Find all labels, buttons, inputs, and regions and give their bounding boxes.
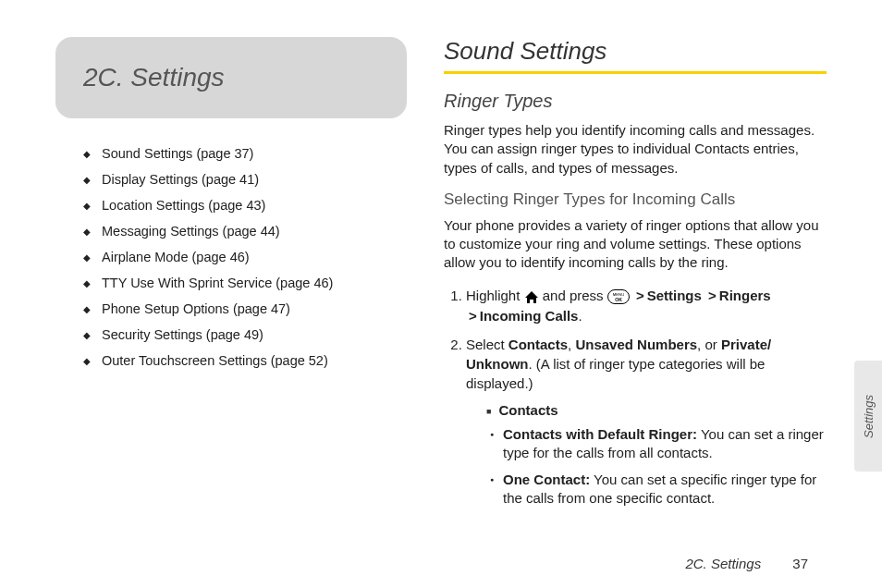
intro-paragraph: Ringer types help you identify incoming … — [444, 121, 827, 178]
step-item: Select Contacts, Unsaved Numbers, or Pri… — [466, 335, 827, 508]
toc-label: Outer Touchscreen Settings (page 52) — [102, 353, 328, 368]
toc-item: ◆Outer Touchscreen Settings (page 52) — [83, 353, 407, 368]
step-text: Select — [466, 337, 508, 352]
toc-item: ◆Phone Setup Options (page 47) — [83, 301, 407, 316]
page-spread: 2C. Settings ◆Sound Settings (page 37) ◆… — [0, 0, 882, 588]
page-footer: 2C. Settings 37 — [685, 556, 808, 571]
diamond-icon: ◆ — [83, 330, 91, 340]
diamond-icon: ◆ — [83, 278, 91, 288]
table-of-contents: ◆Sound Settings (page 37) ◆Display Setti… — [55, 146, 407, 368]
dot-item: One Contact: You can set a specific ring… — [503, 471, 827, 508]
toc-item: ◆Security Settings (page 49) — [83, 327, 407, 342]
toc-item: ◆Messaging Settings (page 44) — [83, 224, 407, 239]
chevron-right-icon: > — [636, 288, 644, 303]
steps-list: Highlight and press MENUOK >Settings >Ri… — [444, 286, 827, 508]
dot-list: Contacts with Default Ringer: You can se… — [486, 425, 827, 508]
nested-item: Contacts Contacts with Default Ringer: Y… — [486, 400, 827, 508]
option-label: Contacts — [508, 337, 568, 352]
step-item: Highlight and press MENUOK >Settings >Ri… — [466, 286, 827, 326]
side-tab: Settings — [854, 361, 882, 472]
diamond-icon: ◆ — [83, 149, 91, 159]
toc-label: Phone Setup Options (page 47) — [102, 301, 290, 316]
toc-label: Sound Settings (page 37) — [102, 146, 253, 161]
chevron-right-icon: > — [708, 288, 717, 303]
subsection-title: Ringer Types — [444, 91, 827, 112]
nested-list: Contacts Contacts with Default Ringer: Y… — [466, 400, 827, 508]
chevron-right-icon: > — [469, 308, 477, 324]
side-tab-label: Settings — [862, 395, 876, 438]
home-icon — [524, 287, 539, 306]
toc-label: Messaging Settings (page 44) — [102, 224, 280, 239]
contacts-label: Contacts — [498, 402, 557, 418]
toc-item: ◆TTY Use With Sprint Service (page 46) — [83, 276, 407, 290]
bullet-strong: One Contact: — [503, 472, 590, 487]
step-text: and press — [543, 288, 607, 303]
toc-item: ◆Airplane Mode (page 46) — [83, 250, 407, 264]
footer-chapter: 2C. Settings — [685, 556, 761, 571]
option-label: Unsaved Numbers — [575, 337, 697, 352]
bullet-strong: Contacts with Default Ringer: — [503, 426, 697, 442]
toc-item: ◆Display Settings (page 41) — [83, 172, 407, 187]
menu-ok-icon: MENUOK — [607, 287, 630, 306]
right-column: Sound Settings Ringer Types Ringer types… — [444, 37, 827, 560]
chapter-badge: 2C. Settings — [55, 37, 407, 118]
toc-label: Location Settings (page 43) — [102, 198, 265, 213]
svg-text:OK: OK — [615, 297, 622, 302]
diamond-icon: ◆ — [83, 201, 91, 211]
toc-item: ◆Location Settings (page 43) — [83, 198, 407, 213]
left-column: 2C. Settings ◆Sound Settings (page 37) ◆… — [55, 37, 407, 560]
section-title: Sound Settings — [444, 37, 827, 74]
subsub-intro: Your phone provides a variety of ringer … — [444, 216, 827, 273]
toc-item: ◆Sound Settings (page 37) — [83, 146, 407, 161]
path-segment: Ringers — [719, 288, 771, 303]
toc-label: Airplane Mode (page 46) — [102, 250, 250, 264]
chapter-title: 2C. Settings — [83, 63, 379, 92]
subsub-title: Selecting Ringer Types for Incoming Call… — [444, 190, 827, 209]
path-segment: Incoming Calls — [480, 308, 579, 324]
page-number: 37 — [792, 556, 808, 571]
diamond-icon: ◆ — [83, 252, 91, 263]
diamond-icon: ◆ — [83, 356, 91, 366]
diamond-icon: ◆ — [83, 304, 91, 314]
path-segment: Settings — [647, 288, 702, 303]
diamond-icon: ◆ — [83, 227, 91, 237]
diamond-icon: ◆ — [83, 175, 91, 185]
toc-label: Display Settings (page 41) — [102, 172, 259, 187]
toc-label: Security Settings (page 49) — [102, 327, 263, 342]
dot-item: Contacts with Default Ringer: You can se… — [503, 425, 827, 463]
toc-label: TTY Use With Sprint Service (page 46) — [102, 276, 333, 290]
step-text: Highlight — [466, 288, 524, 303]
